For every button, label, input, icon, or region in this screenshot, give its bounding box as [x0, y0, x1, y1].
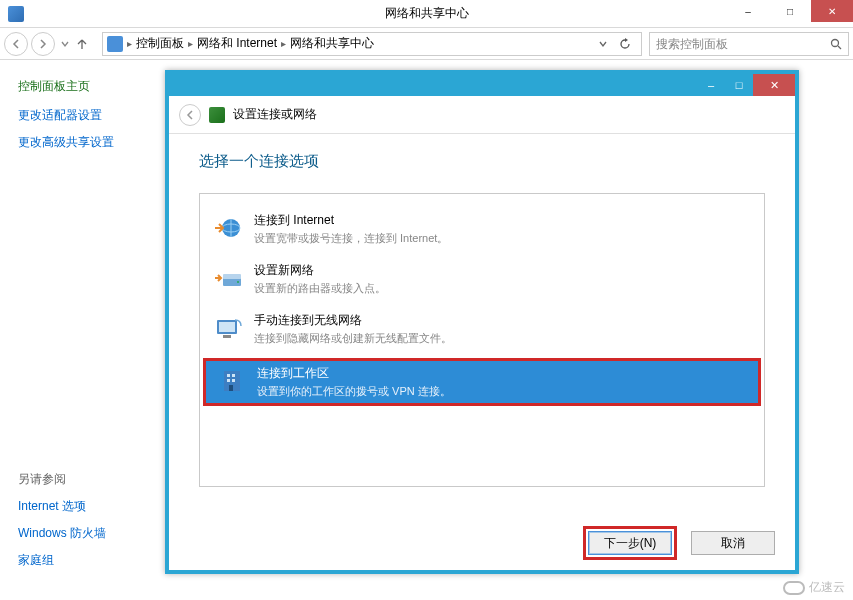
dialog-title: 设置连接或网络 [233, 106, 317, 123]
option-manual-wireless[interactable]: 手动连接到无线网络 连接到隐藏网络或创建新无线配置文件。 [200, 308, 764, 358]
dialog-maximize-button[interactable]: □ [725, 74, 753, 96]
option-desc: 设置宽带或拨号连接，连接到 Internet。 [254, 231, 448, 246]
dialog-titlebar: – □ ✕ [169, 74, 795, 96]
next-button[interactable]: 下一步(N) [588, 531, 672, 555]
svg-point-0 [832, 39, 839, 46]
sidebar: 控制面板主页 更改适配器设置 更改高级共享设置 另请参阅 Internet 选项… [0, 60, 162, 600]
search-field[interactable] [656, 37, 826, 51]
svg-rect-9 [223, 335, 231, 338]
sidebar-link-firewall[interactable]: Windows 防火墙 [18, 525, 162, 542]
dialog-heading: 选择一个连接选项 [199, 152, 765, 171]
refresh-button[interactable] [619, 38, 637, 50]
search-input[interactable] [649, 32, 849, 56]
sidebar-link-adapter-settings[interactable]: 更改适配器设置 [18, 107, 162, 124]
svg-rect-8 [219, 322, 235, 332]
svg-point-6 [237, 281, 239, 283]
svg-rect-13 [227, 379, 230, 382]
chevron-down-icon [599, 40, 607, 48]
option-desc: 连接到隐藏网络或创建新无线配置文件。 [254, 331, 452, 346]
dialog-body: 选择一个连接选项 连接到 Internet 设置宽带或拨号连接，连接到 Inte… [169, 134, 795, 487]
option-setup-network[interactable]: 设置新网络 设置新的路由器或接入点。 [200, 258, 764, 308]
dialog-footer: 下一步(N) 取消 [583, 526, 775, 560]
window-controls: – □ ✕ [727, 0, 853, 22]
chevron-right-icon: ▸ [281, 38, 286, 49]
setup-connection-dialog: – □ ✕ 设置连接或网络 选择一个连接选项 连接到 Internet 设置宽带… [165, 70, 799, 574]
search-icon [830, 38, 842, 50]
svg-line-1 [838, 46, 841, 49]
sidebar-heading: 控制面板主页 [18, 78, 162, 95]
chevron-right-icon: ▸ [127, 38, 132, 49]
chevron-down-icon [61, 40, 69, 48]
sidebar-link-internet-options[interactable]: Internet 选项 [18, 498, 162, 515]
option-desc: 设置新的路由器或接入点。 [254, 281, 386, 296]
svg-rect-5 [223, 274, 241, 279]
option-connect-workplace[interactable]: 连接到工作区 设置到你的工作区的拨号或 VPN 连接。 [206, 361, 758, 403]
window-titlebar: 网络和共享中心 – □ ✕ [0, 0, 853, 28]
minimize-button[interactable]: – [727, 0, 769, 22]
window-title: 网络和共享中心 [385, 5, 469, 22]
svg-rect-15 [229, 385, 233, 391]
option-title: 连接到 Internet [254, 212, 448, 229]
arrow-left-icon [185, 110, 195, 120]
sidebar-link-homegroup[interactable]: 家庭组 [18, 552, 162, 569]
app-icon [8, 6, 24, 22]
forward-button[interactable] [31, 32, 55, 56]
address-toolbar: ▸ 控制面板 ▸ 网络和 Internet ▸ 网络和共享中心 [0, 28, 853, 60]
watermark-text: 亿速云 [809, 579, 845, 596]
arrow-right-icon [38, 39, 48, 49]
svg-rect-12 [232, 374, 235, 377]
cloud-icon [783, 581, 805, 595]
option-desc: 设置到你的工作区的拨号或 VPN 连接。 [257, 384, 451, 399]
close-button[interactable]: ✕ [811, 0, 853, 22]
globe-icon [212, 212, 244, 244]
address-dropdown[interactable] [599, 40, 615, 48]
option-title: 连接到工作区 [257, 365, 451, 382]
breadcrumb-item[interactable]: 控制面板 [136, 35, 184, 52]
back-button[interactable] [4, 32, 28, 56]
svg-rect-14 [232, 379, 235, 382]
breadcrumb[interactable]: ▸ 控制面板 ▸ 网络和 Internet ▸ 网络和共享中心 [102, 32, 642, 56]
option-connect-internet[interactable]: 连接到 Internet 设置宽带或拨号连接，连接到 Internet。 [200, 208, 764, 258]
building-icon [215, 365, 247, 397]
sidebar-section-label: 另请参阅 [18, 471, 162, 488]
network-setup-icon [209, 107, 225, 123]
breadcrumb-item[interactable]: 网络和共享中心 [290, 35, 374, 52]
history-dropdown[interactable] [58, 40, 72, 48]
monitor-wifi-icon [212, 312, 244, 344]
next-button-callout: 下一步(N) [583, 526, 677, 560]
option-highlight-callout: 连接到工作区 设置到你的工作区的拨号或 VPN 连接。 [203, 358, 761, 406]
dialog-header: 设置连接或网络 [169, 96, 795, 134]
sidebar-link-sharing-settings[interactable]: 更改高级共享设置 [18, 134, 162, 151]
refresh-icon [619, 38, 631, 50]
arrow-up-icon [75, 37, 89, 51]
up-button[interactable] [75, 37, 95, 51]
chevron-right-icon: ▸ [188, 38, 193, 49]
connection-options-list: 连接到 Internet 设置宽带或拨号连接，连接到 Internet。 设置新… [199, 193, 765, 487]
cancel-button[interactable]: 取消 [691, 531, 775, 555]
dialog-back-button[interactable] [179, 104, 201, 126]
breadcrumb-item[interactable]: 网络和 Internet [197, 35, 277, 52]
svg-rect-11 [227, 374, 230, 377]
network-icon [107, 36, 123, 52]
maximize-button[interactable]: □ [769, 0, 811, 22]
dialog-close-button[interactable]: ✕ [753, 74, 795, 96]
watermark: 亿速云 [783, 579, 845, 596]
option-title: 手动连接到无线网络 [254, 312, 452, 329]
dialog-minimize-button[interactable]: – [697, 74, 725, 96]
router-icon [212, 262, 244, 294]
option-title: 设置新网络 [254, 262, 386, 279]
arrow-left-icon [11, 39, 21, 49]
